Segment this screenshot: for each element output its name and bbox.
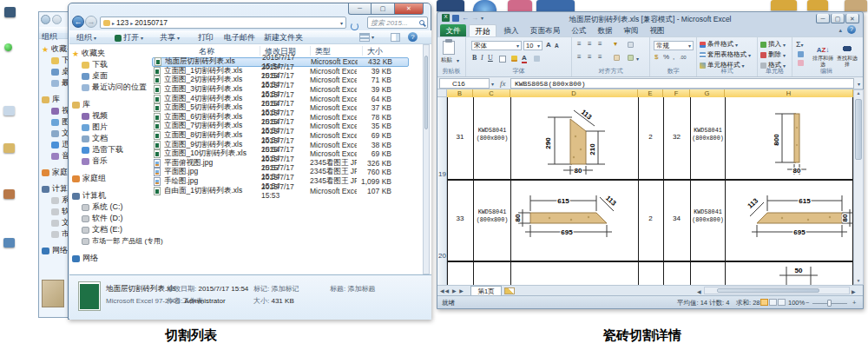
zoom-in-icon[interactable]: + [852, 299, 856, 307]
conditional-formatting-button[interactable]: 条件格式▾ [700, 40, 738, 49]
tab-data[interactable]: 数据 [593, 24, 617, 36]
increase-decimal-icon[interactable]: .00 [680, 55, 687, 60]
desktop-icon[interactable] [3, 106, 15, 116]
sidebar-item-drive-e[interactable]: 文档 (E:) [72, 224, 150, 235]
cell-e20[interactable]: 2 [638, 215, 663, 222]
cell-g20[interactable]: KWD58041(800x800) [692, 208, 724, 223]
sidebar-item-downloads[interactable]: 下载 [72, 59, 150, 70]
cell-g19[interactable]: KWD58041(800x800) [692, 127, 724, 142]
maximize-button[interactable]: ▢ [372, 3, 395, 15]
sidebar-item-network-drive[interactable]: 市场一部 产品组 (专用) [72, 235, 150, 247]
sidebar-item-documents[interactable]: 文档 [72, 133, 150, 144]
desktop-icon[interactable] [3, 143, 15, 153]
email-button[interactable]: 电子邮件 [224, 32, 255, 43]
number-format-select[interactable]: 常规▾ [654, 41, 694, 50]
preview-pane-icon[interactable] [391, 33, 400, 42]
sheet-tab[interactable]: 第1页 [470, 286, 502, 295]
sidebar-item-videos[interactable]: 视频 [72, 110, 150, 122]
sidebar-item-drive-c[interactable]: 系统 (C:) [72, 201, 150, 213]
app-icon[interactable] [508, 0, 532, 11]
desktop-icon[interactable] [3, 189, 15, 199]
hscroll-right-icon[interactable]: ▶ [852, 288, 856, 294]
find-select-button[interactable]: 查找和选择 [836, 40, 858, 68]
file-list-scrollbar[interactable] [423, 44, 430, 274]
breadcrumb-root[interactable]: 123 [116, 18, 128, 27]
tab-insert[interactable]: 插入 [499, 24, 523, 36]
cell-e19[interactable]: 2 [638, 133, 663, 141]
organize-button[interactable]: 组织▾ [76, 32, 96, 43]
tab-home[interactable]: 开始 [469, 24, 496, 37]
breadcrumb-folder[interactable]: 20150717 [135, 18, 168, 27]
sidebar-item-network[interactable]: 网络 [72, 253, 150, 264]
cell-d19[interactable]: 290 210 113 80 [522, 102, 636, 180]
cell-c20[interactable]: KWD58041(800x800) [475, 208, 510, 223]
minimize-button[interactable]: ─ [348, 3, 372, 15]
hscroll-left-icon[interactable]: ◀ [697, 288, 701, 294]
tab-review[interactable]: 审阅 [619, 24, 643, 36]
normal-view-icon[interactable] [760, 299, 768, 306]
italic-icon[interactable]: I [481, 54, 483, 62]
maximize-button[interactable]: ▢ [831, 14, 845, 23]
close-button[interactable]: ✕ [845, 14, 859, 23]
desktop-folder-icon[interactable] [807, 0, 828, 10]
name-box[interactable]: C16 [439, 78, 490, 89]
font-color-icon[interactable]: A [522, 54, 527, 63]
merge-dropdown-icon[interactable]: ▾ [636, 56, 639, 62]
fill-color-icon[interactable] [511, 56, 517, 62]
sidebar-item-computer[interactable]: 计算机 [72, 190, 150, 201]
autosum-icon[interactable]: Σ▾ [796, 40, 804, 49]
new-folder-button[interactable]: 新建文件夹 [264, 32, 303, 43]
currency-icon[interactable]: $ [654, 53, 658, 61]
views-icon[interactable] [359, 33, 370, 42]
column-header-name[interactable]: 名称 [199, 46, 214, 57]
tab-page-layout[interactable]: 页面布局 [525, 24, 565, 36]
page-layout-view-icon[interactable] [769, 299, 777, 306]
sidebar-item-desktop[interactable]: 桌面 [72, 70, 150, 82]
sidebar-item-recent[interactable]: 最近访问的位置 [72, 82, 150, 93]
cell-d20[interactable]: 615 80 113 695 [515, 183, 641, 256]
scroll-down-icon[interactable]: ▼ [854, 278, 863, 283]
zoom-slider-thumb[interactable] [827, 300, 832, 307]
orientation-icon[interactable]: ▾ [614, 40, 617, 48]
paste-dropdown-icon[interactable]: ▾ [457, 57, 459, 63]
paste-icon[interactable] [443, 41, 455, 55]
paste-label[interactable]: 粘贴 [441, 56, 452, 64]
insert-worksheet-icon[interactable] [504, 287, 515, 294]
grow-font-icon[interactable]: A [546, 41, 551, 49]
underline-icon[interactable]: U [488, 54, 493, 62]
desktop-folder-icon[interactable] [536, 0, 575, 11]
sidebar-item-favorites[interactable]: ★收藏夹 [72, 48, 150, 59]
fill-icon[interactable] [798, 51, 804, 57]
delete-cells-button[interactable]: 删除▾ [760, 50, 786, 59]
font-size-select[interactable]: 10▾ [523, 41, 542, 50]
phonetic-guide-icon[interactable] [534, 56, 540, 62]
row-header-19[interactable]: 19 [437, 170, 447, 178]
address-bar[interactable]: ▸ 123 ▸ 20150717 ▾ [100, 17, 346, 29]
desktop-icon[interactable] [4, 7, 16, 17]
column-header-size[interactable]: 大小 [367, 46, 383, 57]
row-headers[interactable]: 19 20 [437, 97, 447, 285]
tab-file[interactable]: 文件 [440, 24, 466, 36]
cell-h20[interactable]: 113 615 80 695 [730, 183, 853, 256]
shrink-font-icon[interactable]: A [555, 43, 559, 49]
forward-button[interactable]: → [85, 16, 97, 28]
sheet-nav-icons[interactable]: ◀◀ ▶ ▶ [440, 287, 464, 294]
help-icon[interactable]: ? [408, 32, 418, 42]
formula-bar-expand-icon[interactable]: ▾ [858, 81, 860, 87]
desktop-folder-icon[interactable] [771, 0, 797, 10]
column-divider[interactable] [362, 46, 363, 56]
wrap-text-icon[interactable] [628, 42, 634, 48]
sidebar-item-music[interactable]: 音乐 [72, 155, 150, 167]
tab-view[interactable]: 视图 [645, 24, 669, 36]
ribbon-collapse-icon[interactable]: ▴ [838, 27, 842, 34]
tab-formulas[interactable]: 公式 [567, 24, 591, 36]
scrollbar-thumb[interactable] [855, 99, 862, 160]
zoom-out-icon[interactable]: − [806, 299, 809, 307]
align-left-icon[interactable]: ≡ [577, 53, 582, 61]
page-break-view-icon[interactable] [778, 299, 786, 306]
address-dropdown-icon[interactable]: ▾ [340, 20, 343, 26]
views-dropdown-icon[interactable]: ▾ [372, 34, 374, 40]
sort-filter-button[interactable]: AZ↓ 排序和筛选 [812, 40, 834, 68]
sidebar-item-drive-d[interactable]: 软件 (D:) [72, 213, 150, 224]
file-row[interactable]: 自由面_1切割砖列表.xls2015/7/17 15:53Microsoft E… [152, 186, 409, 195]
